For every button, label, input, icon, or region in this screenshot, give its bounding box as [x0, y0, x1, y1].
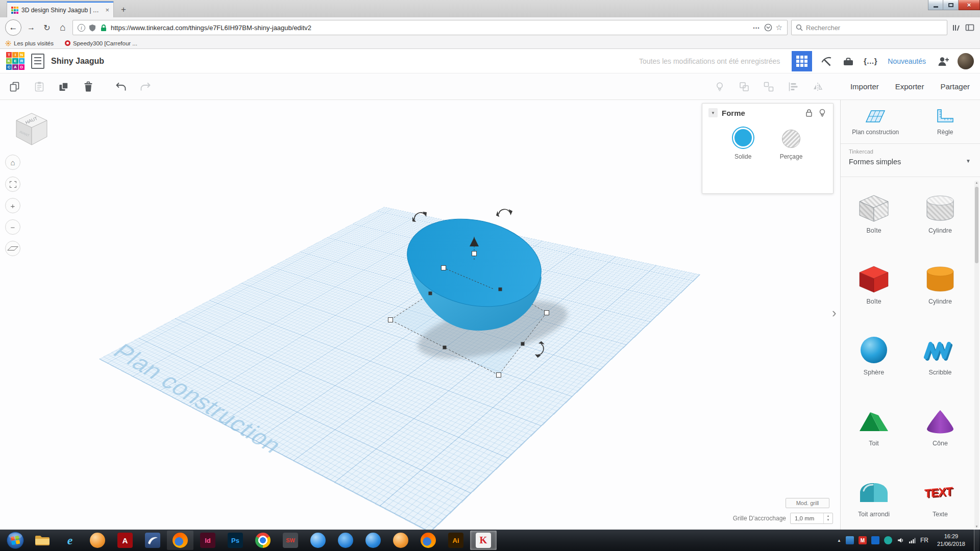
shape-cylinder-striped[interactable]: Cylindre — [907, 187, 973, 258]
bookmark-star-icon[interactable]: ☆ — [776, 23, 782, 32]
invite-button[interactable] — [936, 54, 951, 69]
shape-box-striped[interactable]: Boîte — [841, 187, 907, 258]
shape-round-roof[interactable]: Toit arrondi — [841, 470, 907, 530]
shape-sphere[interactable]: Sphère — [841, 329, 907, 399]
share-button[interactable]: Partager — [940, 82, 970, 91]
taskbar-internet-explorer[interactable]: e — [57, 531, 83, 550]
tray-mcafee-icon[interactable]: M — [859, 536, 867, 544]
close-button[interactable]: × — [959, 0, 980, 10]
network-icon[interactable] — [909, 537, 916, 544]
volume-icon[interactable] — [897, 537, 904, 544]
language-indicator[interactable]: FR — [920, 537, 928, 544]
back-button[interactable]: ← — [5, 19, 21, 36]
tray-shield-icon[interactable] — [846, 536, 854, 544]
forward-button[interactable]: → — [25, 21, 37, 34]
taskbar-firefox-2[interactable] — [415, 531, 442, 550]
group-icon[interactable] — [738, 81, 750, 93]
view-cube[interactable]: HAUT AVANT — [12, 110, 51, 152]
spinner-up-icon[interactable]: ▲ — [827, 514, 830, 518]
corner-scale-handle[interactable] — [545, 311, 549, 315]
scroll-up-icon[interactable]: ▲ — [974, 181, 979, 184]
top-scale-handle[interactable] — [472, 252, 477, 256]
shape-cone[interactable]: Cône — [907, 399, 973, 470]
url-bar[interactable]: i https://www.tinkercad.com/things/e7FL6… — [72, 20, 788, 35]
design-menu-icon[interactable] — [31, 54, 44, 69]
import-button[interactable]: Importer — [850, 82, 879, 91]
taskbar-chrome[interactable] — [250, 531, 276, 550]
taskbar-explorer[interactable] — [29, 531, 56, 550]
taskbar-app-blue-1[interactable] — [305, 531, 331, 550]
edge-scale-handle[interactable] — [429, 292, 432, 295]
taskbar-keyshot[interactable]: K — [470, 531, 497, 550]
duplicate-button[interactable] — [57, 80, 70, 93]
tray-app-icon[interactable] — [884, 536, 892, 544]
snap-grid-spinner[interactable]: ▲ ▼ — [823, 513, 832, 523]
tab-close-icon[interactable]: × — [105, 6, 109, 14]
shape-roof[interactable]: Toit — [841, 399, 907, 470]
zoom-in-button[interactable]: + — [5, 198, 20, 213]
minecraft-export-button[interactable] — [819, 54, 834, 69]
taskbar-clock[interactable]: 16:29 21/06/2018 — [937, 533, 965, 548]
hide-shape-button[interactable] — [818, 108, 827, 117]
lock-icon[interactable] — [100, 24, 107, 32]
hole-swatch[interactable] — [782, 130, 800, 148]
bookmark-most-visited[interactable]: Les plus visités — [5, 40, 54, 46]
home-button[interactable]: ⌂ — [57, 21, 69, 34]
category-dropdown[interactable]: Tinkercad Formes simples ▼ — [841, 144, 980, 177]
snap-grid-dropdown[interactable]: 1,0 mm ▲ ▼ — [790, 513, 833, 524]
sidebar-toggle-icon[interactable] — [965, 22, 975, 33]
home-view-button[interactable]: ⌂ — [5, 155, 20, 170]
hole-option[interactable]: Perçage — [780, 128, 803, 160]
avatar[interactable] — [958, 53, 974, 69]
taskbar-firefox[interactable] — [167, 531, 193, 550]
minimize-button[interactable] — [928, 0, 943, 10]
taskbar-orange-app[interactable] — [84, 531, 111, 550]
design-title[interactable]: Shiny Jaagub — [51, 57, 104, 66]
edge-scale-handle[interactable] — [499, 288, 502, 291]
taskbar-acrobat[interactable]: A — [112, 531, 138, 550]
scroll-down-icon[interactable]: ▼ — [974, 525, 979, 528]
tray-app-icon[interactable] — [871, 536, 879, 544]
corner-scale-handle[interactable] — [388, 318, 393, 322]
whats-new-link[interactable]: Nouveautés — [888, 57, 926, 65]
mirror-icon[interactable] — [812, 81, 824, 93]
taskbar-photoshop[interactable]: Ps — [222, 531, 249, 550]
copy-button[interactable] — [8, 80, 21, 93]
align-icon[interactable] — [787, 81, 799, 93]
lock-shape-button[interactable] — [804, 108, 814, 117]
chevron-down-icon[interactable]: ▼ — [966, 158, 971, 164]
shape-text[interactable]: TEXT TEXT Texte — [907, 470, 973, 530]
taskbar-indesign[interactable]: Id — [194, 531, 221, 550]
search-input[interactable] — [806, 24, 943, 32]
taskbar-edrawings[interactable] — [139, 531, 166, 550]
ungroup-icon[interactable] — [763, 81, 775, 93]
collapse-panel-button[interactable]: ▼ — [708, 108, 718, 117]
ruler-tool[interactable]: Règle — [911, 100, 980, 143]
edge-scale-handle[interactable] — [521, 342, 525, 346]
edit-grid-button[interactable]: Mod. grill — [786, 498, 829, 508]
zoom-out-button[interactable]: − — [5, 219, 20, 235]
sidebar-collapse-button[interactable]: › — [832, 306, 837, 319]
corner-scale-handle[interactable] — [497, 373, 501, 378]
export-button[interactable]: Exporter — [895, 82, 924, 91]
bricks-button[interactable] — [841, 54, 856, 69]
3d-viewport[interactable]: Plan construction — [0, 100, 840, 530]
perspective-toggle-button[interactable] — [5, 241, 20, 256]
library-icon[interactable] — [951, 22, 961, 33]
paste-button[interactable] — [33, 80, 46, 93]
taskbar-app-blue-3[interactable] — [360, 531, 386, 550]
taskbar-solidworks[interactable]: SW — [277, 531, 304, 550]
solid-swatch[interactable] — [733, 128, 753, 148]
edge-scale-handle[interactable] — [443, 346, 447, 349]
sidebar-scrollbar[interactable]: ▲ ▼ — [974, 181, 979, 529]
solid-option[interactable]: Solide — [733, 128, 753, 160]
shape-scribble[interactable]: Scribble — [907, 329, 973, 399]
3d-view-button[interactable] — [792, 51, 812, 71]
start-button[interactable] — [5, 530, 26, 550]
shape-box-red[interactable]: Boîte — [841, 258, 907, 329]
tab-tinkercad[interactable]: 3D design Shiny Jaagub | Tinke × — [7, 2, 113, 17]
shape-cylinder-orange[interactable]: Cylindre — [907, 258, 973, 329]
delete-button[interactable] — [82, 80, 95, 93]
new-tab-button[interactable]: + — [117, 4, 130, 16]
taskbar-app-blue-2[interactable] — [332, 531, 359, 550]
